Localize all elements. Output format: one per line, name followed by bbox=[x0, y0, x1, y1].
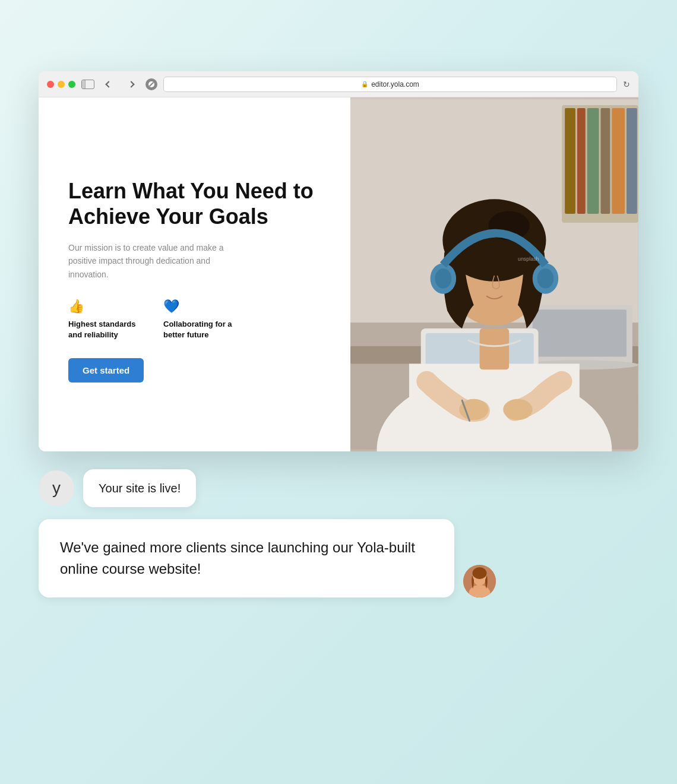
reload-button[interactable]: ↻ bbox=[623, 80, 630, 89]
browser-icon bbox=[145, 78, 157, 90]
browser-window: 🔒 editor.yola.com ↻ Learn What You Need … bbox=[39, 71, 638, 451]
thumbs-up-icon: 👍 bbox=[68, 299, 140, 314]
traffic-lights bbox=[47, 81, 75, 88]
svg-rect-6 bbox=[612, 108, 625, 214]
hero-right-panel: unsplash bbox=[350, 97, 638, 451]
feature-1-label: Highest standards and reliability bbox=[68, 319, 140, 340]
chat-bubble-row-2: We've gained more clients since launchin… bbox=[39, 519, 573, 598]
minimize-button[interactable] bbox=[58, 81, 65, 88]
svg-point-29 bbox=[537, 268, 554, 289]
heart-icon: 💙 bbox=[163, 299, 235, 314]
svg-rect-2 bbox=[565, 108, 575, 214]
chat-bubble-2-text: We've gained more clients since launchin… bbox=[60, 539, 415, 577]
svg-rect-3 bbox=[577, 108, 586, 214]
feature-2-label: Collaborating for a better future bbox=[163, 319, 235, 340]
browser-chrome: 🔒 editor.yola.com ↻ bbox=[39, 71, 638, 97]
svg-rect-4 bbox=[587, 108, 599, 214]
chat-bubble-row-1: y Your site is live! bbox=[39, 469, 573, 507]
svg-point-34 bbox=[473, 567, 487, 579]
lock-icon: 🔒 bbox=[361, 81, 368, 87]
url-text: editor.yola.com bbox=[371, 80, 419, 88]
hero-subtitle: Our mission is to create value and make … bbox=[68, 241, 235, 281]
user-avatar bbox=[463, 565, 496, 598]
svg-rect-5 bbox=[601, 108, 610, 214]
svg-point-28 bbox=[435, 268, 452, 289]
close-button[interactable] bbox=[47, 81, 54, 88]
features-row: 👍 Highest standards and reliability 💙 Co… bbox=[68, 299, 321, 340]
hero-left-panel: Learn What You Need to Achieve Your Goal… bbox=[39, 97, 350, 451]
yola-avatar: y bbox=[39, 470, 74, 506]
sidebar-toggle[interactable] bbox=[81, 80, 94, 89]
browser-content: Learn What You Need to Achieve Your Goal… bbox=[39, 97, 638, 451]
hero-title: Learn What You Need to Achieve Your Goal… bbox=[68, 178, 321, 229]
url-bar[interactable]: 🔒 editor.yola.com bbox=[163, 77, 617, 92]
svg-point-18 bbox=[503, 399, 532, 421]
chat-bubble-2: We've gained more clients since launchin… bbox=[39, 519, 454, 598]
hero-image: unsplash bbox=[350, 97, 638, 451]
feature-item-2: 💙 Collaborating for a better future bbox=[163, 299, 235, 340]
svg-rect-7 bbox=[627, 108, 637, 214]
svg-text:unsplash: unsplash bbox=[518, 256, 539, 262]
chat-bubble-1: Your site is live! bbox=[83, 469, 196, 507]
svg-rect-20 bbox=[480, 328, 509, 369]
chat-section: y Your site is live! We've gained more c… bbox=[39, 469, 573, 598]
person-svg: unsplash bbox=[350, 97, 638, 451]
maximize-button[interactable] bbox=[68, 81, 75, 88]
svg-rect-11 bbox=[533, 309, 627, 356]
chat-bubble-1-text: Your site is live! bbox=[99, 482, 181, 495]
get-started-button[interactable]: Get started bbox=[68, 358, 144, 382]
forward-button[interactable] bbox=[123, 78, 140, 90]
back-button[interactable] bbox=[100, 78, 117, 90]
feature-item-1: 👍 Highest standards and reliability bbox=[68, 299, 140, 340]
